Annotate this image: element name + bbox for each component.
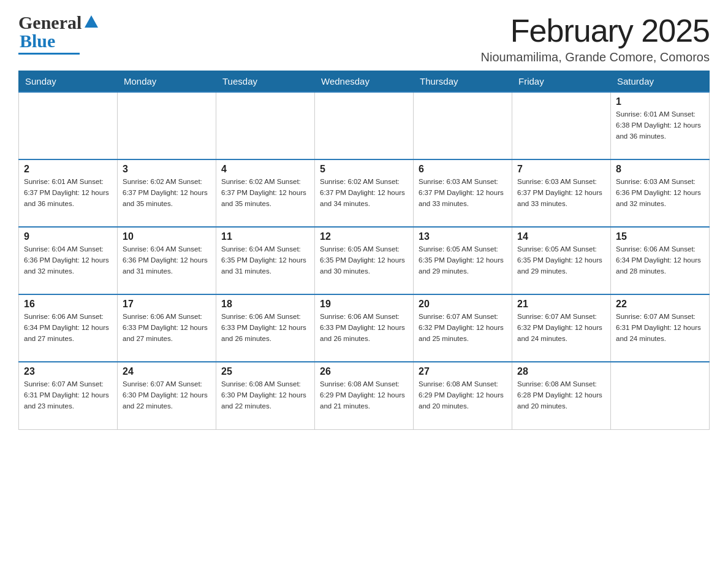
month-title: February 2025 [481, 12, 710, 49]
day-number: 8 [616, 164, 704, 175]
day-info: Sunrise: 6:05 AM Sunset: 6:35 PM Dayligh… [517, 244, 605, 277]
day-number: 22 [616, 299, 704, 310]
day-info: Sunrise: 6:06 AM Sunset: 6:34 PM Dayligh… [24, 312, 112, 344]
day-number: 2 [24, 164, 112, 175]
day-info: Sunrise: 6:02 AM Sunset: 6:37 PM Dayligh… [123, 177, 211, 209]
day-info: Sunrise: 6:04 AM Sunset: 6:35 PM Dayligh… [221, 244, 309, 277]
day-info: Sunrise: 6:04 AM Sunset: 6:36 PM Dayligh… [123, 244, 211, 277]
header-monday: Monday [118, 71, 216, 93]
day-number: 23 [24, 366, 112, 377]
table-row: 6Sunrise: 6:03 AM Sunset: 6:37 PM Daylig… [414, 159, 512, 227]
day-info: Sunrise: 6:06 AM Sunset: 6:33 PM Dayligh… [123, 312, 211, 344]
day-number: 14 [517, 231, 605, 242]
header-tuesday: Tuesday [216, 71, 315, 93]
table-row: 11Sunrise: 6:04 AM Sunset: 6:35 PM Dayli… [216, 227, 315, 294]
table-row [19, 92, 118, 159]
table-row: 15Sunrise: 6:06 AM Sunset: 6:34 PM Dayli… [611, 227, 710, 294]
day-info: Sunrise: 6:08 AM Sunset: 6:29 PM Dayligh… [419, 379, 507, 412]
header-sunday: Sunday [19, 71, 118, 93]
table-row: 28Sunrise: 6:08 AM Sunset: 6:28 PM Dayli… [512, 362, 611, 429]
day-info: Sunrise: 6:05 AM Sunset: 6:35 PM Dayligh… [419, 244, 507, 277]
day-number: 12 [320, 231, 408, 242]
day-number: 20 [419, 299, 507, 310]
day-number: 3 [123, 164, 211, 175]
table-row: 20Sunrise: 6:07 AM Sunset: 6:32 PM Dayli… [414, 294, 512, 362]
day-info: Sunrise: 6:08 AM Sunset: 6:30 PM Dayligh… [221, 379, 309, 412]
day-number: 11 [221, 231, 309, 242]
svg-marker-0 [85, 15, 98, 28]
header: General Blue February 2025 Nioumamilima,… [18, 12, 710, 64]
table-row: 16Sunrise: 6:06 AM Sunset: 6:34 PM Dayli… [19, 294, 118, 362]
day-number: 19 [320, 299, 408, 310]
table-row: 19Sunrise: 6:06 AM Sunset: 6:33 PM Dayli… [315, 294, 414, 362]
calendar-week-row: 9Sunrise: 6:04 AM Sunset: 6:36 PM Daylig… [19, 227, 710, 294]
table-row: 23Sunrise: 6:07 AM Sunset: 6:31 PM Dayli… [19, 362, 118, 429]
table-row [512, 92, 611, 159]
day-number: 1 [616, 96, 704, 107]
day-info: Sunrise: 6:02 AM Sunset: 6:37 PM Dayligh… [221, 177, 309, 209]
day-number: 13 [419, 231, 507, 242]
day-number: 26 [320, 366, 408, 377]
calendar-week-row: 2Sunrise: 6:01 AM Sunset: 6:37 PM Daylig… [19, 159, 710, 227]
day-info: Sunrise: 6:07 AM Sunset: 6:31 PM Dayligh… [24, 379, 112, 412]
day-number: 6 [419, 164, 507, 175]
table-row: 14Sunrise: 6:05 AM Sunset: 6:35 PM Dayli… [512, 227, 611, 294]
day-info: Sunrise: 6:01 AM Sunset: 6:38 PM Dayligh… [616, 109, 704, 142]
table-row [315, 92, 414, 159]
table-row [216, 92, 315, 159]
table-row: 8Sunrise: 6:03 AM Sunset: 6:36 PM Daylig… [611, 159, 710, 227]
logo-general-text: General [18, 12, 82, 33]
table-row: 7Sunrise: 6:03 AM Sunset: 6:37 PM Daylig… [512, 159, 611, 227]
day-info: Sunrise: 6:06 AM Sunset: 6:33 PM Dayligh… [221, 312, 309, 344]
day-number: 10 [123, 231, 211, 242]
day-number: 21 [517, 299, 605, 310]
logo-area: General Blue [18, 12, 98, 55]
day-number: 17 [123, 299, 211, 310]
calendar-week-row: 23Sunrise: 6:07 AM Sunset: 6:31 PM Dayli… [19, 362, 710, 429]
day-info: Sunrise: 6:06 AM Sunset: 6:33 PM Dayligh… [320, 312, 408, 344]
table-row: 2Sunrise: 6:01 AM Sunset: 6:37 PM Daylig… [19, 159, 118, 227]
table-row: 26Sunrise: 6:08 AM Sunset: 6:29 PM Dayli… [315, 362, 414, 429]
day-number: 16 [24, 299, 112, 310]
header-saturday: Saturday [611, 71, 710, 93]
logo-blue-text: Blue [20, 31, 55, 51]
header-thursday: Thursday [414, 71, 512, 93]
day-number: 4 [221, 164, 309, 175]
table-row [118, 92, 216, 159]
table-row: 5Sunrise: 6:02 AM Sunset: 6:37 PM Daylig… [315, 159, 414, 227]
table-row: 9Sunrise: 6:04 AM Sunset: 6:36 PM Daylig… [19, 227, 118, 294]
day-info: Sunrise: 6:05 AM Sunset: 6:35 PM Dayligh… [320, 244, 408, 277]
table-row: 25Sunrise: 6:08 AM Sunset: 6:30 PM Dayli… [216, 362, 315, 429]
title-area: February 2025 Nioumamilima, Grande Comor… [481, 12, 710, 64]
day-info: Sunrise: 6:06 AM Sunset: 6:34 PM Dayligh… [616, 244, 704, 277]
day-info: Sunrise: 6:03 AM Sunset: 6:37 PM Dayligh… [517, 177, 605, 209]
day-info: Sunrise: 6:07 AM Sunset: 6:32 PM Dayligh… [419, 312, 507, 344]
table-row: 17Sunrise: 6:06 AM Sunset: 6:33 PM Dayli… [118, 294, 216, 362]
day-number: 24 [123, 366, 211, 377]
day-info: Sunrise: 6:07 AM Sunset: 6:30 PM Dayligh… [123, 379, 211, 412]
calendar-week-row: 16Sunrise: 6:06 AM Sunset: 6:34 PM Dayli… [19, 294, 710, 362]
table-row: 18Sunrise: 6:06 AM Sunset: 6:33 PM Dayli… [216, 294, 315, 362]
table-row: 12Sunrise: 6:05 AM Sunset: 6:35 PM Dayli… [315, 227, 414, 294]
logo-underline [18, 53, 80, 55]
day-info: Sunrise: 6:08 AM Sunset: 6:28 PM Dayligh… [517, 379, 605, 412]
table-row: 1Sunrise: 6:01 AM Sunset: 6:38 PM Daylig… [611, 92, 710, 159]
table-row [414, 92, 512, 159]
day-info: Sunrise: 6:03 AM Sunset: 6:37 PM Dayligh… [419, 177, 507, 209]
day-number: 5 [320, 164, 408, 175]
day-info: Sunrise: 6:07 AM Sunset: 6:31 PM Dayligh… [616, 312, 704, 344]
day-number: 15 [616, 231, 704, 242]
day-info: Sunrise: 6:07 AM Sunset: 6:32 PM Dayligh… [517, 312, 605, 344]
calendar-table: Sunday Monday Tuesday Wednesday Thursday… [18, 71, 710, 430]
table-row: 27Sunrise: 6:08 AM Sunset: 6:29 PM Dayli… [414, 362, 512, 429]
header-friday: Friday [512, 71, 611, 93]
location-title: Nioumamilima, Grande Comore, Comoros [481, 50, 710, 64]
table-row: 22Sunrise: 6:07 AM Sunset: 6:31 PM Dayli… [611, 294, 710, 362]
day-number: 18 [221, 299, 309, 310]
logo-blue-row: Blue [20, 31, 55, 52]
day-number: 7 [517, 164, 605, 175]
day-info: Sunrise: 6:04 AM Sunset: 6:36 PM Dayligh… [24, 244, 112, 277]
table-row: 24Sunrise: 6:07 AM Sunset: 6:30 PM Dayli… [118, 362, 216, 429]
table-row: 3Sunrise: 6:02 AM Sunset: 6:37 PM Daylig… [118, 159, 216, 227]
logo-triangle-icon [85, 15, 98, 28]
